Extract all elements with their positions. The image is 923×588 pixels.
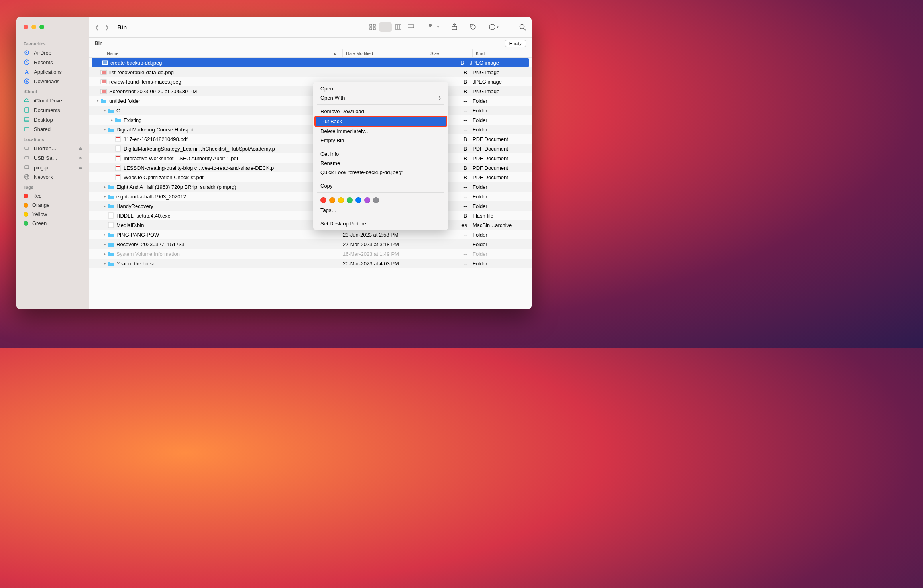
col-kind[interactable]: Kind: [473, 49, 532, 57]
sidebar-item-location[interactable]: uTorren…⏏: [16, 143, 89, 153]
col-date[interactable]: Date Modified: [343, 49, 427, 57]
sidebar-tag-yellow[interactable]: Yellow: [16, 210, 89, 219]
sidebar-item-location[interactable]: Network: [16, 172, 89, 182]
file-row[interactable]: list-recoverable-data-dd.png B PNG image: [89, 67, 532, 77]
file-kind: Folder: [473, 184, 532, 190]
tag-color-swatch[interactable]: [364, 197, 370, 203]
disclosure-icon[interactable]: ▾: [102, 127, 108, 131]
sidebar-item-documents[interactable]: Documents: [16, 105, 89, 115]
disclosure-icon[interactable]: ▸: [102, 242, 108, 246]
file-row[interactable]: Screenshot 2023-09-20 at 2.05.39 PM B PN…: [89, 86, 532, 96]
file-row[interactable]: ▸ PING-PANG-POW 23-Jun-2023 at 2:58 PM -…: [89, 230, 532, 239]
disclosure-icon[interactable]: ▸: [102, 252, 108, 256]
pdf-icon: [115, 174, 121, 180]
file-row[interactable]: ▸ Existing -- Folder: [89, 115, 532, 125]
sidebar-item-icloud-drive[interactable]: iCloud Drive: [16, 96, 89, 105]
file-row[interactable]: ▸ HandyRecovery -- Folder: [89, 201, 532, 211]
eject-icon[interactable]: ⏏: [79, 156, 82, 160]
cm-rename[interactable]: Rename: [313, 159, 448, 168]
sidebar-tag-green[interactable]: Green: [16, 219, 89, 228]
cm-set-desktop[interactable]: Set Desktop Picture: [313, 219, 448, 228]
sidebar-item-shared[interactable]: Shared: [16, 124, 89, 134]
cm-tags-label[interactable]: Tags…: [313, 206, 448, 215]
sidebar-item-applications[interactable]: AApplications: [16, 67, 89, 76]
cm-delete-immediately[interactable]: Delete Immediately…: [313, 127, 448, 136]
disclosure-icon[interactable]: ▸: [102, 185, 108, 189]
folder-icon: [108, 231, 114, 238]
col-name[interactable]: Name▲: [89, 49, 343, 57]
file-kind: Folder: [473, 98, 532, 104]
file-row[interactable]: Website Optimization Checklist.pdf B PDF…: [89, 172, 532, 182]
cm-get-info[interactable]: Get Info: [313, 149, 448, 159]
sidebar-item-location[interactable]: ping-p…⏏: [16, 163, 89, 172]
disclosure-icon[interactable]: ▸: [109, 118, 115, 122]
file-row[interactable]: 117-en-1621618210498.pdf B PDF Document: [89, 134, 532, 144]
sidebar-item-downloads[interactable]: Downloads: [16, 76, 89, 86]
file-row[interactable]: LESSON-creating-quality-blog c…ves-to-re…: [89, 163, 532, 172]
eject-icon[interactable]: ⏏: [79, 165, 82, 170]
file-row[interactable]: ▾ C -- Folder: [89, 106, 532, 115]
tag-color-swatch[interactable]: [373, 197, 379, 203]
icon-view-button[interactable]: [366, 22, 379, 32]
disclosure-icon[interactable]: ▸: [102, 194, 108, 198]
cm-open[interactable]: Open: [313, 84, 448, 93]
sidebar-item-airdrop[interactable]: AirDrop: [16, 48, 89, 57]
file-name: MediaID.bin: [116, 222, 144, 228]
file-row[interactable]: ▸ Recovery_20230327_151733 27-Mar-2023 a…: [89, 239, 532, 249]
file-row[interactable]: ▸ Eight And A Half (1963) 720p BRrip_suj…: [89, 182, 532, 192]
file-row[interactable]: ▸ System Volume Information 16-Mar-2023 …: [89, 249, 532, 259]
cm-quick-look[interactable]: Quick Look "create-backup-dd.jpeg": [313, 168, 448, 177]
cm-empty-bin[interactable]: Empty Bin: [313, 136, 448, 145]
tag-color-swatch[interactable]: [320, 197, 326, 203]
sidebar-item-location[interactable]: USB Sa…⏏: [16, 153, 89, 163]
back-button[interactable]: ❮: [95, 24, 99, 30]
group-button[interactable]: ▾: [429, 24, 439, 30]
disclosure-icon[interactable]: ▸: [102, 204, 108, 208]
cm-copy[interactable]: Copy: [313, 181, 448, 190]
favourites-title: Favourites: [16, 38, 89, 48]
sidebar-item-recents[interactable]: Recents: [16, 57, 89, 67]
maximize-button[interactable]: [39, 25, 44, 29]
sidebar-tag-red[interactable]: Red: [16, 191, 89, 200]
cm-open-with[interactable]: Open With❯: [313, 93, 448, 102]
disclosure-icon[interactable]: ▸: [102, 261, 108, 265]
file-kind: JPEG image: [473, 79, 532, 85]
file-row[interactable]: DigitalMarketingStrategy_Learni…hCheckli…: [89, 144, 532, 153]
chevron-right-icon: ❯: [438, 96, 441, 100]
cm-remove-download[interactable]: Remove Download: [313, 107, 448, 116]
disclosure-icon[interactable]: ▾: [102, 108, 108, 112]
file-row[interactable]: review-found-items-macos.jpeg B JPEG ima…: [89, 77, 532, 86]
tag-color-swatch[interactable]: [338, 197, 344, 203]
share-button[interactable]: [451, 24, 458, 31]
eject-icon[interactable]: ⏏: [79, 146, 82, 151]
cm-put-back[interactable]: Put Back: [315, 116, 447, 127]
empty-button[interactable]: Empty: [505, 40, 526, 47]
list-view-button[interactable]: [379, 22, 392, 32]
close-button[interactable]: [24, 25, 28, 29]
file-row[interactable]: HDDLLFsetup.4.40.exe B Flash file: [89, 211, 532, 220]
file-row[interactable]: ▸ Year of the horse 20-Mar-2023 at 4:03 …: [89, 259, 532, 268]
file-name: DigitalMarketingStrategy_Learni…hCheckli…: [124, 146, 275, 152]
file-row[interactable]: ▾ Digital Marketing Course Hubspot -- Fo…: [89, 125, 532, 134]
file-row[interactable]: ▾ untitled folder -- Folder: [89, 96, 532, 106]
file-row[interactable]: Interactive Worksheet – SEO Authority Au…: [89, 153, 532, 163]
tags-button[interactable]: [469, 24, 477, 31]
col-size[interactable]: Size: [427, 49, 473, 57]
disclosure-icon[interactable]: ▸: [102, 233, 108, 237]
cm-tag-colors: [313, 195, 448, 206]
gallery-view-button[interactable]: [405, 22, 417, 32]
tag-color-swatch[interactable]: [355, 197, 361, 203]
column-view-button[interactable]: [392, 22, 405, 32]
sidebar-item-desktop[interactable]: Desktop: [16, 115, 89, 124]
file-row[interactable]: MediaID.bin es MacBin…archive: [89, 220, 532, 230]
disclosure-icon[interactable]: ▾: [95, 99, 100, 103]
tag-color-swatch[interactable]: [329, 197, 335, 203]
minimize-button[interactable]: [31, 25, 36, 29]
file-row[interactable]: ▸ eight-and-a-half-1963_202012 -- Folder: [89, 192, 532, 201]
search-button[interactable]: [519, 24, 526, 31]
forward-button[interactable]: ❯: [105, 24, 109, 30]
action-button[interactable]: ▾: [489, 24, 499, 31]
tag-color-swatch[interactable]: [347, 197, 353, 203]
file-row[interactable]: create-backup-dd.jpeg B JPEG image: [92, 58, 529, 67]
sidebar-tag-orange[interactable]: Orange: [16, 200, 89, 210]
